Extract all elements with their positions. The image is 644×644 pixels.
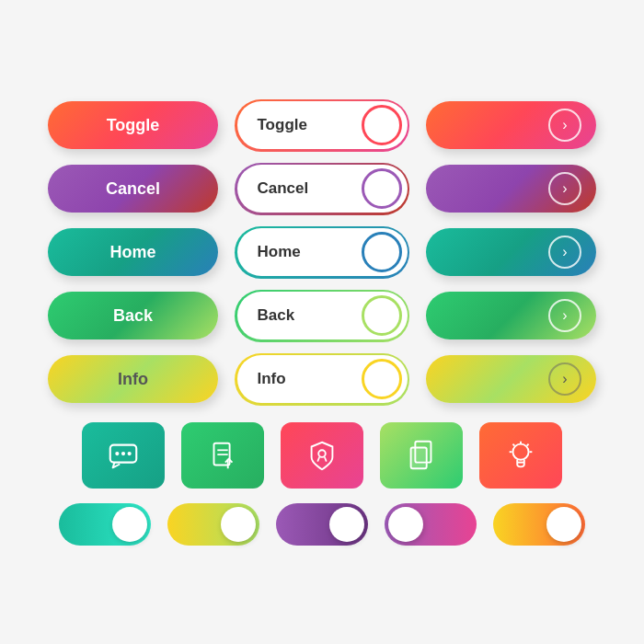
svg-point-2 xyxy=(121,452,125,455)
back-solid-button[interactable]: Back xyxy=(48,292,218,339)
cancel-switch-wrapper[interactable]: Cancel xyxy=(235,163,409,215)
cancel-knob xyxy=(362,168,402,209)
toggle-solid-button[interactable]: Toggle xyxy=(48,101,218,149)
back-switch-label: Back xyxy=(258,306,295,325)
svg-point-3 xyxy=(128,452,132,455)
back-arrow-circle: › xyxy=(548,299,581,332)
copy-icon-button[interactable] xyxy=(380,422,463,489)
cancel-switch[interactable]: Cancel xyxy=(237,165,408,213)
toggle-arrow-button[interactable]: › xyxy=(426,101,596,149)
info-switch[interactable]: Info xyxy=(237,355,408,403)
icon-buttons-row xyxy=(18,422,626,489)
svg-point-9 xyxy=(512,443,528,459)
small-toggle-yellow[interactable] xyxy=(167,503,259,546)
small-toggle-orange[interactable] xyxy=(493,503,585,546)
back-switch[interactable]: Back xyxy=(237,292,408,339)
edit-icon-button[interactable] xyxy=(181,422,264,489)
cancel-solid-button[interactable]: Cancel xyxy=(48,165,218,213)
home-switch-label: Home xyxy=(258,243,301,261)
back-solid-label: Back xyxy=(113,306,153,326)
back-knob xyxy=(362,295,402,336)
toggle-switch[interactable]: Toggle xyxy=(237,101,408,149)
small-toggle-magenta[interactable] xyxy=(385,503,477,546)
info-solid-button[interactable]: Info xyxy=(48,355,218,403)
small-toggles-row xyxy=(18,503,626,546)
info-solid-label: Info xyxy=(118,370,148,389)
info-switch-wrapper[interactable]: Info xyxy=(235,353,409,406)
chat-icon-button[interactable] xyxy=(82,422,165,489)
row-cancel: Cancel Cancel › xyxy=(18,163,626,215)
svg-rect-8 xyxy=(411,447,427,468)
row-toggle: Toggle Toggle › xyxy=(18,99,626,152)
shield-icon-button[interactable] xyxy=(281,422,363,489)
svg-point-1 xyxy=(115,452,119,455)
small-toggle-purple[interactable] xyxy=(276,503,368,546)
home-switch[interactable]: Home xyxy=(237,228,408,276)
bulb-icon xyxy=(503,438,538,473)
small-knob-teal xyxy=(112,507,147,542)
info-switch-label: Info xyxy=(258,370,286,388)
back-switch-wrapper[interactable]: Back xyxy=(235,290,409,342)
row-home: Home Home › xyxy=(18,226,626,279)
small-knob-purple xyxy=(329,507,364,542)
home-arrow-button[interactable]: › xyxy=(426,228,596,276)
home-arrow-circle: › xyxy=(548,236,581,269)
back-arrow-button[interactable]: › xyxy=(426,292,596,339)
row-back: Back Back › xyxy=(18,290,626,342)
cancel-arrow-circle: › xyxy=(548,172,581,205)
row-info: Info Info › xyxy=(18,353,626,406)
small-knob-orange xyxy=(546,507,581,542)
toggle-switch-label: Toggle xyxy=(258,116,307,134)
info-knob xyxy=(362,359,402,399)
bulb-icon-button[interactable] xyxy=(479,422,562,489)
home-solid-label: Home xyxy=(109,243,155,262)
toggle-arrow-circle: › xyxy=(548,109,581,142)
shield-icon xyxy=(305,438,339,473)
info-arrow-button[interactable]: › xyxy=(426,355,596,403)
copy-icon xyxy=(404,438,439,473)
small-toggle-teal[interactable] xyxy=(59,503,151,546)
home-switch-wrapper[interactable]: Home xyxy=(235,226,409,279)
home-knob xyxy=(362,232,402,272)
small-knob-magenta xyxy=(388,507,423,542)
chat-icon xyxy=(106,438,141,473)
cancel-arrow-button[interactable]: › xyxy=(426,165,596,213)
toggle-solid-label: Toggle xyxy=(107,116,160,135)
info-arrow-circle: › xyxy=(548,362,581,396)
cancel-switch-label: Cancel xyxy=(258,179,309,198)
main-container: Toggle Toggle › Cancel Cancel › Ho xyxy=(18,99,626,546)
svg-point-5 xyxy=(318,450,326,457)
cancel-solid-label: Cancel xyxy=(106,179,160,199)
home-solid-button[interactable]: Home xyxy=(48,228,218,276)
toggle-switch-wrapper[interactable]: Toggle xyxy=(235,99,409,152)
toggle-knob xyxy=(362,105,402,145)
small-knob-yellow xyxy=(221,507,256,542)
edit-icon xyxy=(205,438,240,473)
